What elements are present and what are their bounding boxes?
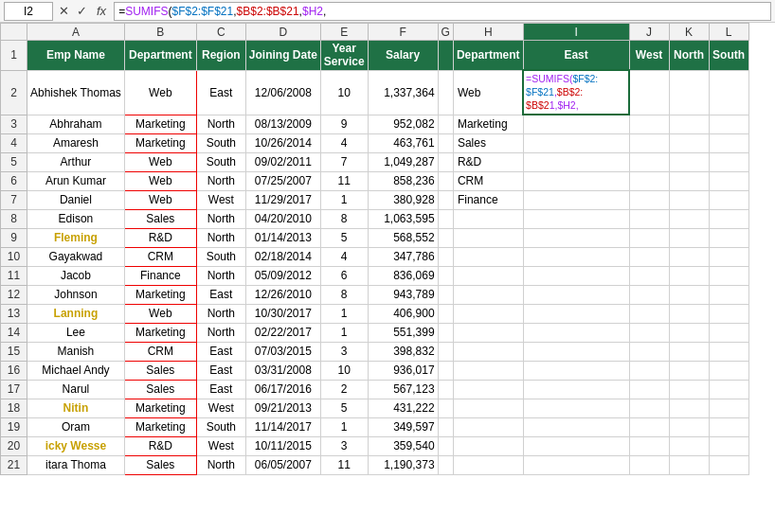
cell-j14[interactable] [629, 323, 669, 342]
cell-g2[interactable] [438, 70, 453, 115]
cell-c5[interactable]: South [196, 152, 245, 171]
cell-g17[interactable] [438, 380, 453, 399]
cell-d15[interactable]: 07/03/2015 [245, 342, 320, 361]
cell-e17[interactable]: 2 [320, 380, 368, 399]
cell-c15[interactable]: East [196, 342, 245, 361]
cell-a9[interactable]: Fleming [27, 228, 125, 247]
cell-d18[interactable]: 09/21/2013 [245, 399, 320, 417]
cell-b6[interactable]: Web [124, 171, 196, 190]
cell-k17[interactable] [669, 380, 709, 399]
cell-e8[interactable]: 8 [320, 209, 368, 228]
cell-f19[interactable]: 349,597 [368, 417, 438, 436]
cell-j1[interactable]: West [629, 41, 669, 71]
cell-d17[interactable]: 06/17/2016 [245, 380, 320, 399]
cell-h8[interactable] [453, 209, 523, 228]
cell-j3[interactable] [629, 115, 669, 133]
cell-c19[interactable]: South [196, 417, 245, 436]
confirm-icon[interactable]: ✓ [75, 4, 89, 18]
cell-i21[interactable] [523, 455, 629, 474]
cell-c13[interactable]: North [196, 304, 245, 323]
cell-k20[interactable] [669, 436, 709, 455]
cell-c11[interactable]: North [196, 266, 245, 285]
cell-b21[interactable]: Sales [124, 455, 196, 474]
cell-b14[interactable]: Marketing [124, 323, 196, 342]
cell-a8[interactable]: Edison [27, 209, 125, 228]
cell-c21[interactable]: North [196, 455, 245, 474]
cell-b9[interactable]: R&D [124, 228, 196, 247]
cell-f12[interactable]: 943,789 [368, 285, 438, 304]
cell-e6[interactable]: 11 [320, 171, 368, 190]
cell-d19[interactable]: 11/14/2017 [245, 417, 320, 436]
col-header-j[interactable]: J [629, 24, 669, 41]
cell-f14[interactable]: 551,399 [368, 323, 438, 342]
cell-i19[interactable] [523, 417, 629, 436]
cell-c3[interactable]: North [196, 115, 245, 133]
cell-b2[interactable]: Web [124, 70, 196, 115]
cell-e21[interactable]: 11 [320, 455, 368, 474]
cell-i20[interactable] [523, 436, 629, 455]
cell-a3[interactable]: Abhraham [27, 115, 125, 133]
cell-d20[interactable]: 10/11/2015 [245, 436, 320, 455]
cell-h19[interactable] [453, 417, 523, 436]
col-header-k[interactable]: K [669, 24, 709, 41]
cell-i16[interactable] [523, 361, 629, 380]
cell-g4[interactable] [438, 133, 453, 152]
cell-k19[interactable] [669, 417, 709, 436]
cell-b1[interactable]: Department [124, 41, 196, 71]
cell-d14[interactable]: 02/22/2017 [245, 323, 320, 342]
cell-j20[interactable] [629, 436, 669, 455]
cell-g10[interactable] [438, 247, 453, 266]
cell-k12[interactable] [669, 285, 709, 304]
cell-k5[interactable] [669, 152, 709, 171]
cell-l10[interactable] [709, 247, 748, 266]
cell-d7[interactable]: 11/29/2017 [245, 190, 320, 209]
cell-i8[interactable] [523, 209, 629, 228]
cell-a16[interactable]: Michael Andy [27, 361, 125, 380]
cell-b3[interactable]: Marketing [124, 115, 196, 133]
cell-b7[interactable]: Web [124, 190, 196, 209]
cell-k21[interactable] [669, 455, 709, 474]
cell-a13[interactable]: Lanning [27, 304, 125, 323]
cell-d10[interactable]: 02/18/2014 [245, 247, 320, 266]
cell-f13[interactable]: 406,900 [368, 304, 438, 323]
cell-g7[interactable] [438, 190, 453, 209]
cell-h1[interactable]: Department [453, 41, 523, 71]
cell-h14[interactable] [453, 323, 523, 342]
cell-k14[interactable] [669, 323, 709, 342]
cell-j17[interactable] [629, 380, 669, 399]
cell-f17[interactable]: 567,123 [368, 380, 438, 399]
cell-d11[interactable]: 05/09/2012 [245, 266, 320, 285]
cell-i13[interactable] [523, 304, 629, 323]
cell-g19[interactable] [438, 417, 453, 436]
cell-a20[interactable]: icky Wesse [27, 436, 125, 455]
cell-i12[interactable] [523, 285, 629, 304]
cell-e5[interactable]: 7 [320, 152, 368, 171]
cell-b12[interactable]: Marketing [124, 285, 196, 304]
cell-f10[interactable]: 347,786 [368, 247, 438, 266]
cell-f20[interactable]: 359,540 [368, 436, 438, 455]
cell-e2[interactable]: 10 [320, 70, 368, 115]
cell-i15[interactable] [523, 342, 629, 361]
cell-j12[interactable] [629, 285, 669, 304]
col-header-i[interactable]: I [523, 24, 629, 41]
cell-j21[interactable] [629, 455, 669, 474]
cell-d6[interactable]: 07/25/2007 [245, 171, 320, 190]
cell-d12[interactable]: 12/26/2010 [245, 285, 320, 304]
cell-f15[interactable]: 398,832 [368, 342, 438, 361]
cell-a14[interactable]: Lee [27, 323, 125, 342]
cell-f1[interactable]: Salary [368, 41, 438, 71]
cell-e1[interactable]: Year Service [320, 41, 368, 71]
cell-j9[interactable] [629, 228, 669, 247]
cell-a1[interactable]: Emp Name [27, 41, 125, 71]
cell-d4[interactable]: 10/26/2014 [245, 133, 320, 152]
cell-l15[interactable] [709, 342, 748, 361]
cell-l8[interactable] [709, 209, 748, 228]
cell-f4[interactable]: 463,761 [368, 133, 438, 152]
cell-f21[interactable]: 1,190,373 [368, 455, 438, 474]
col-header-l[interactable]: L [709, 24, 748, 41]
cell-l9[interactable] [709, 228, 748, 247]
cell-a5[interactable]: Arthur [27, 152, 125, 171]
col-header-f[interactable]: F [368, 24, 438, 41]
cell-j19[interactable] [629, 417, 669, 436]
cell-j10[interactable] [629, 247, 669, 266]
